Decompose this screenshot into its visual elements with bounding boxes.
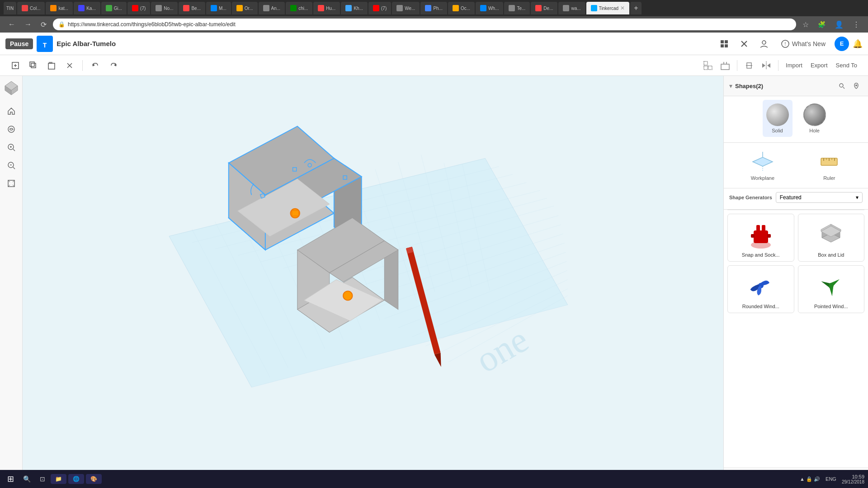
fit-all-button[interactable]	[3, 175, 19, 192]
tab-tinkercad-logo[interactable]: TIN	[4, 2, 16, 14]
svg-rect-116	[762, 225, 765, 232]
ungroup-button[interactable]	[717, 57, 733, 74]
blender-button[interactable]: 🎨	[86, 474, 102, 484]
tab-hu[interactable]: Hu...	[313, 2, 340, 14]
refresh-button[interactable]: ⟳	[38, 19, 49, 30]
tab-ph[interactable]: Ph...	[420, 2, 447, 14]
tab-be[interactable]: Be...	[179, 2, 205, 14]
grid-icon	[720, 39, 729, 48]
redo-button[interactable]	[105, 57, 122, 74]
new-design-button[interactable]	[7, 57, 24, 74]
zoom-in-button[interactable]	[3, 139, 19, 155]
lock-icon: 🔒	[58, 21, 65, 28]
featured-dropdown[interactable]: Featured ▾	[776, 192, 863, 203]
task-view-button[interactable]: ⊡	[36, 475, 49, 483]
copy-button[interactable]	[25, 57, 42, 74]
tools-button[interactable]	[736, 36, 752, 52]
rounded-wind-label: Rounded Wind...	[742, 304, 779, 309]
zoom-out-button[interactable]	[3, 157, 19, 174]
tab-an[interactable]: An...	[259, 2, 285, 14]
profile-button[interactable]: 👤	[832, 19, 846, 30]
tab-kh[interactable]: Kh...	[341, 2, 368, 14]
panel-collapse-button[interactable]: ▾	[729, 82, 732, 89]
tab-no[interactable]: No...	[151, 2, 178, 14]
solid-label: Solid	[772, 128, 783, 133]
solid-sphere-icon	[766, 103, 789, 126]
tab-wa[interactable]: wa...	[558, 2, 585, 14]
mirror-button[interactable]	[758, 57, 774, 74]
tab-oc[interactable]: Oc...	[448, 2, 475, 14]
undo-button[interactable]	[87, 57, 104, 74]
right-panel: ▾ Shapes(2)	[723, 76, 868, 488]
home-view-button[interactable]	[3, 103, 19, 119]
snap-socket-preview	[745, 218, 777, 250]
panel-location-button[interactable]	[850, 80, 863, 92]
ruler-tool[interactable]: Ruler	[814, 146, 844, 184]
tab-yt2[interactable]: (7)	[368, 2, 391, 14]
pointed-windmill-card[interactable]: Pointed Wind...	[798, 265, 865, 313]
delete-button[interactable]	[61, 57, 78, 74]
hole-option[interactable]: Hole	[800, 100, 830, 137]
address-text: https://www.tinkercad.com/things/e6blobD…	[68, 21, 236, 28]
main-content: one	[0, 76, 868, 488]
orbit-button[interactable]	[3, 121, 19, 137]
box-lid-label: Box and Lid	[818, 252, 844, 258]
solid-option[interactable]: Solid	[763, 100, 793, 137]
workplane-tool[interactable]: Workplane	[747, 146, 778, 184]
tab-ka[interactable]: Ka...	[74, 2, 100, 14]
tab-active[interactable]: Tinkercad ✕	[586, 2, 630, 14]
svg-rect-15	[48, 63, 55, 69]
start-button[interactable]: ⊞	[4, 474, 18, 484]
search-taskbar-button[interactable]: 🔍	[19, 475, 34, 483]
svg-rect-22	[704, 66, 708, 70]
svg-rect-2	[721, 40, 724, 43]
rounded-windmill-card[interactable]: Rounded Wind...	[727, 265, 794, 313]
pause-label: Pause	[5, 38, 33, 49]
svg-line-102	[843, 87, 844, 89]
tab-te[interactable]: Te...	[504, 2, 530, 14]
panel-search-button[interactable]	[835, 80, 848, 92]
notifications-bell[interactable]: 🔔	[853, 39, 863, 49]
nav-cube-small[interactable]	[3, 80, 19, 98]
grid-view-button[interactable]	[716, 36, 732, 52]
tab-kat[interactable]: kat...	[46, 2, 73, 14]
tab-m[interactable]: M...	[206, 2, 231, 14]
tab-wh[interactable]: Wh...	[476, 2, 503, 14]
community-button[interactable]	[756, 36, 772, 52]
svg-marker-19	[114, 64, 116, 66]
extensions-button[interactable]: 🧩	[815, 20, 828, 29]
edge-button[interactable]: 🌐	[68, 474, 84, 484]
import-button[interactable]: Import	[782, 62, 806, 69]
svg-rect-23	[721, 64, 729, 70]
3d-viewport[interactable]: one	[23, 76, 723, 488]
svg-rect-20	[704, 61, 708, 65]
back-button[interactable]: ←	[5, 19, 18, 29]
send-to-button[interactable]: Send To	[832, 62, 861, 69]
group-button[interactable]	[700, 57, 716, 74]
right-toolbar-icons: Import Export Send To	[700, 57, 861, 74]
tab-yt[interactable]: (7)	[127, 2, 150, 14]
export-button[interactable]: Export	[807, 62, 831, 69]
forward-button[interactable]: →	[22, 19, 34, 29]
paste-button[interactable]	[43, 57, 60, 74]
file-manager-button[interactable]: 📁	[51, 474, 66, 484]
user-avatar[interactable]: E	[835, 37, 849, 51]
tab-gi[interactable]: Gi...	[101, 2, 127, 14]
align-button[interactable]	[741, 57, 757, 74]
box-and-lid-card[interactable]: Box and Lid	[798, 214, 865, 262]
tab-de[interactable]: De...	[531, 2, 557, 14]
tab-new[interactable]: +	[630, 2, 642, 14]
address-bar[interactable]: 🔒 https://www.tinkercad.com/things/e6blo…	[53, 19, 796, 30]
bookmark-button[interactable]: ☆	[800, 19, 811, 30]
svg-marker-104	[753, 157, 773, 166]
tab-col[interactable]: Col...	[17, 2, 45, 14]
whats-new-button[interactable]: ! What's New	[776, 37, 831, 51]
snap-and-socket-card[interactable]: Snap and Sock...	[727, 214, 794, 262]
panel-icon-group	[835, 80, 863, 92]
tab-or[interactable]: Or...	[232, 2, 258, 14]
tab-chi[interactable]: chi...	[286, 2, 312, 14]
left-sidebar	[0, 76, 23, 488]
material-selector: Solid Hole	[724, 96, 868, 143]
tab-we[interactable]: We...	[392, 2, 420, 14]
menu-button[interactable]: ⋮	[850, 19, 863, 30]
